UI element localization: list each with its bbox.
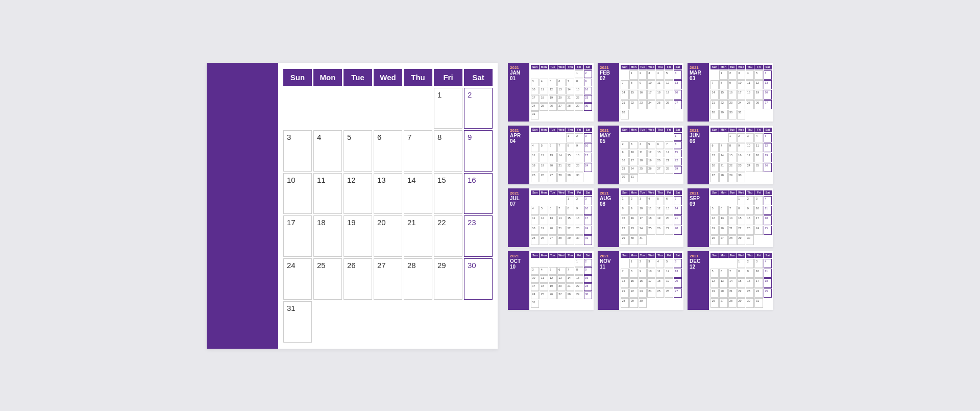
mini-day-cell[interactable]: 17	[754, 215, 763, 225]
mini-day-cell[interactable]: 13	[719, 215, 727, 225]
mini-day-cell[interactable]: 18	[754, 153, 763, 162]
mini-day-cell[interactable]: 17	[737, 90, 745, 99]
mini-day-cell[interactable]: 12	[540, 215, 548, 225]
mini-day-cell[interactable]: 17	[647, 90, 655, 99]
mini-day-cell[interactable]: 13	[656, 150, 664, 157]
mini-day-cell[interactable]: 20	[764, 90, 772, 99]
mini-day-cell[interactable]: 28	[566, 103, 574, 111]
mini-day-cell[interactable]: 11	[656, 80, 664, 89]
mini-day-cell[interactable]: 3	[737, 70, 745, 80]
mini-day-cell[interactable]: 21	[728, 226, 737, 235]
mini-day-cell[interactable]: 21	[674, 215, 682, 225]
mini-day-cell[interactable]: 8	[566, 206, 574, 215]
mini-day-cell[interactable]: 7	[557, 143, 566, 152]
mini-day-cell[interactable]: 27	[665, 226, 673, 235]
mini-day-cell[interactable]: 23	[584, 283, 592, 291]
mini-day-cell[interactable]: 7	[621, 80, 629, 89]
mini-day-cell[interactable]: 21	[728, 288, 737, 298]
mini-day-cell[interactable]: 26	[665, 288, 673, 298]
mini-day-cell[interactable]: 25	[746, 100, 754, 109]
mini-day-cell[interactable]: 2	[575, 196, 583, 205]
mini-day-cell[interactable]: 20	[549, 226, 557, 235]
mini-day-cell[interactable]: 21	[665, 158, 673, 165]
mini-day-cell[interactable]: 28	[728, 235, 737, 245]
mini-day-cell[interactable]: 10	[754, 206, 763, 215]
mini-day-cell[interactable]: 26	[665, 100, 673, 109]
mini-day-cell[interactable]: 23	[737, 163, 745, 172]
mini-day-cell[interactable]: 15	[737, 278, 745, 287]
mini-day-cell[interactable]: 13	[557, 87, 566, 94]
day-cell[interactable]: 19	[344, 215, 372, 257]
mini-day-cell[interactable]: 27	[549, 235, 557, 245]
mini-day-cell[interactable]: 18	[639, 158, 647, 165]
mini-day-cell[interactable]: 23	[639, 288, 647, 298]
day-cell[interactable]: 8	[434, 130, 462, 172]
mini-day-cell[interactable]: 18	[647, 215, 655, 225]
mini-day-cell[interactable]: 25	[639, 166, 647, 174]
mini-day-cell[interactable]: 25	[540, 292, 548, 299]
mini-day-cell[interactable]: 23	[584, 95, 592, 103]
mini-day-cell[interactable]: 18	[656, 278, 664, 287]
mini-day-cell[interactable]: 20	[710, 163, 719, 172]
mini-day-cell[interactable]: 19	[710, 288, 719, 298]
mini-day-cell[interactable]: 6	[557, 267, 566, 275]
mini-day-cell[interactable]: 24	[647, 100, 655, 109]
mini-day-cell[interactable]: 6	[674, 70, 682, 80]
mini-day-cell[interactable]: 23	[621, 166, 629, 174]
mini-day-cell[interactable]: 8	[621, 206, 629, 215]
day-cell[interactable]: 15	[434, 173, 462, 214]
mini-day-cell[interactable]: 16	[621, 158, 629, 165]
mini-day-cell[interactable]: 4	[764, 259, 772, 268]
mini-day-cell[interactable]: 27	[549, 173, 557, 182]
mini-day-cell[interactable]: 29	[674, 166, 682, 174]
mini-day-cell[interactable]: 10	[584, 143, 592, 152]
mini-day-cell[interactable]: 3	[754, 196, 763, 205]
mini-day-cell[interactable]: 25	[656, 100, 664, 109]
mini-day-cell[interactable]: 1	[728, 133, 737, 142]
mini-day-cell[interactable]: 24	[584, 226, 592, 235]
mini-day-cell[interactable]: 3	[531, 267, 539, 275]
mini-day-cell[interactable]: 4	[639, 141, 647, 149]
mini-day-cell[interactable]: 22	[566, 163, 574, 172]
mini-day-cell[interactable]: 23	[639, 100, 647, 109]
mini-day-cell[interactable]: 22	[737, 226, 745, 235]
mini-day-cell[interactable]: 28	[728, 298, 737, 307]
mini-day-cell[interactable]: 29	[566, 235, 574, 245]
mini-day-cell[interactable]: 2	[728, 70, 737, 80]
mini-day-cell[interactable]: 21	[557, 226, 566, 235]
mini-day-cell[interactable]: 29	[629, 298, 638, 307]
mini-day-cell[interactable]: 17	[531, 283, 539, 291]
mini-day-cell[interactable]: 9	[584, 79, 592, 86]
mini-day-cell[interactable]: 31	[531, 111, 539, 119]
mini-day-cell[interactable]: 10	[639, 206, 647, 215]
mini-day-cell[interactable]: 25	[764, 288, 772, 298]
mini-day-cell[interactable]: 18	[531, 226, 539, 235]
day-cell[interactable]: 2	[464, 88, 493, 129]
mini-day-cell[interactable]: 27	[719, 235, 727, 245]
mini-day-cell[interactable]: 25	[540, 103, 548, 111]
mini-day-cell[interactable]: 27	[674, 288, 682, 298]
mini-day-cell[interactable]: 29	[737, 235, 745, 245]
mini-day-cell[interactable]: 10	[584, 206, 592, 215]
mini-day-cell[interactable]: 13	[549, 153, 557, 162]
mini-day-cell[interactable]: 5	[549, 79, 557, 86]
mini-day-cell[interactable]: 15	[566, 153, 574, 162]
mini-day-cell[interactable]: 2	[746, 196, 754, 205]
mini-day-cell[interactable]: 10	[629, 150, 638, 157]
mini-day-cell[interactable]: 6	[674, 259, 682, 268]
day-cell[interactable]: 26	[344, 258, 372, 300]
day-cell[interactable]: 31	[283, 301, 312, 343]
mini-day-cell[interactable]: 2	[737, 133, 745, 142]
mini-day-cell[interactable]: 28	[621, 298, 629, 307]
mini-day-cell[interactable]: 20	[665, 215, 673, 225]
mini-day-cell[interactable]: 26	[540, 235, 548, 245]
mini-day-cell[interactable]: 24	[629, 166, 638, 174]
mini-day-cell[interactable]: 11	[647, 206, 655, 215]
mini-day-cell[interactable]: 30	[728, 110, 737, 119]
mini-day-cell[interactable]: 24	[737, 100, 745, 109]
mini-day-cell[interactable]: 3	[647, 259, 655, 268]
mini-day-cell[interactable]: 2	[584, 70, 592, 78]
day-cell[interactable]: 6	[374, 130, 402, 172]
mini-day-cell[interactable]: 15	[621, 215, 629, 225]
mini-day-cell[interactable]: 3	[639, 196, 647, 205]
